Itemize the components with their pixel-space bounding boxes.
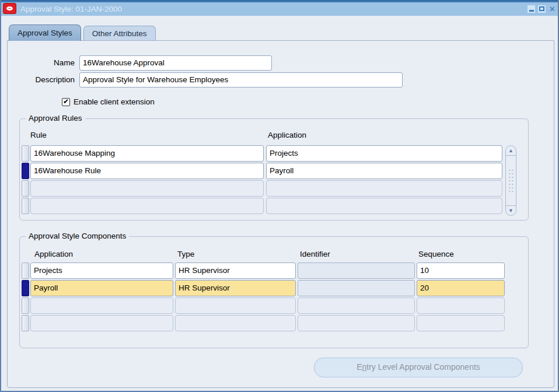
record-selector-current[interactable] [22,163,29,179]
rule-application-field[interactable] [266,180,502,197]
column-header-type: Type [177,250,194,258]
component-sequence-field[interactable]: 10 [417,262,505,279]
component-identifier-field[interactable] [298,262,415,279]
scroll-up-icon[interactable]: ▲ [506,148,516,156]
rules-scrollbar[interactable]: ▲ ▼ [505,145,516,216]
rule-field[interactable]: 16Warehouse Mapping [30,145,264,162]
scrollbar-thumb[interactable] [508,169,513,193]
enable-client-extension-label: Enable client extension [74,97,155,106]
record-selector-current[interactable] [22,280,29,296]
window-title: Approval Style: 01-JAN-2000 [20,5,527,13]
component-row [20,298,528,314]
rule-row [20,198,528,214]
column-header-application: Application [268,131,306,139]
tab-content-panel: Name 16Warehouse Approval Description Ap… [7,40,554,388]
rule-row: 16Warehouse Mapping Projects [20,145,528,162]
component-sequence-field[interactable] [417,315,505,331]
name-input[interactable]: 16Warehouse Approval [79,55,272,71]
component-sequence-field[interactable]: 20 [417,280,505,296]
record-selector[interactable] [22,180,29,197]
record-selector[interactable] [22,315,29,331]
rule-row: 16Warehouse Rule Payroll [20,163,528,179]
component-row: Projects HR Supervisor 10 [20,262,528,279]
button-label-part: try Level Approval Components [366,362,480,372]
approval-style-components-group: Approval Style Components Application Ty… [19,236,529,348]
description-input[interactable]: Approval Style for Warehouse Employees [79,72,403,88]
component-row: Payroll HR Supervisor 20 [20,280,528,296]
approval-style-components-title: Approval Style Components [26,232,129,240]
component-type-field[interactable]: HR Supervisor [175,280,296,296]
title-bar: Approval Style: 01-JAN-2000 ✕ [1,0,558,16]
rule-row [20,180,528,197]
rule-application-field[interactable] [266,198,502,214]
component-identifier-field[interactable] [298,298,415,314]
close-button[interactable]: ✕ [548,5,557,13]
close-icon: ✕ [549,5,555,13]
rule-application-field[interactable]: Projects [266,145,502,162]
column-header-identifier: Identifier [300,250,330,258]
record-selector[interactable] [22,298,29,314]
check-icon: ✔ [63,97,69,106]
record-selector[interactable] [22,262,29,279]
minimize-button[interactable] [527,5,536,13]
component-application-field[interactable] [30,315,173,331]
window-controls: ✕ [527,5,557,13]
component-application-field[interactable] [30,298,173,314]
component-identifier-field[interactable] [298,315,415,331]
record-selector[interactable] [22,198,29,214]
approval-rules-title: Approval Rules [26,114,85,123]
app-window: Approval Style: 01-JAN-2000 ✕ Approval S… [0,0,559,392]
component-type-field[interactable] [175,315,296,331]
rule-field[interactable]: 16Warehouse Rule [30,163,264,179]
component-type-field[interactable] [175,298,296,314]
column-header-rule: Rule [30,131,47,139]
rule-application-field[interactable]: Payroll [266,163,502,179]
tab-bar: Approval Styles Other Attributes [1,24,558,41]
name-label: Name [8,55,75,71]
approval-rules-group: Approval Rules Rule Application 16Wareho… [19,118,529,220]
entry-level-approval-components-button[interactable]: Entry Level Approval Components [314,358,523,377]
component-sequence-field[interactable] [417,298,505,314]
record-selector[interactable] [22,145,29,162]
tab-approval-styles[interactable]: Approval Styles [9,24,81,41]
component-identifier-field[interactable] [298,280,415,296]
maximize-icon [539,6,544,11]
rule-field[interactable] [30,198,264,214]
component-application-field[interactable]: Payroll [30,280,173,296]
column-header-sequence: Sequence [418,250,454,258]
maximize-button[interactable] [537,5,546,13]
component-type-field[interactable]: HR Supervisor [175,262,296,279]
component-application-field[interactable]: Projects [30,262,173,279]
enable-client-extension-checkbox[interactable]: ✔ [62,98,70,106]
oracle-logo-icon [3,3,16,14]
column-header-application: Application [34,250,73,258]
enable-client-extension-row: ✔ Enable client extension [62,97,155,106]
minimize-icon [529,10,534,12]
component-row [20,315,528,331]
scroll-down-icon[interactable]: ▼ [506,205,516,214]
description-label: Description [8,72,75,88]
rule-field[interactable] [30,180,264,197]
tab-other-attributes[interactable]: Other Attributes [83,26,156,41]
